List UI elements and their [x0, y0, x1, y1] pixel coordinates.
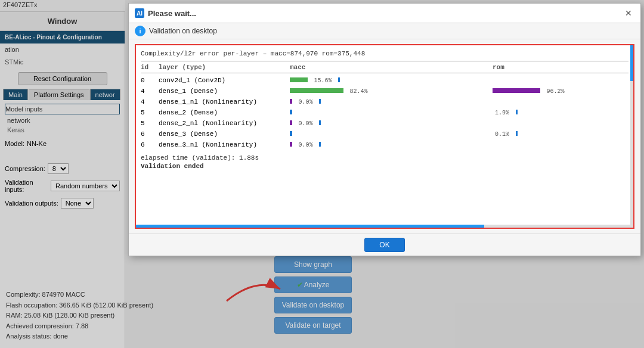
- macc-pct: 82.4%: [350, 88, 368, 95]
- dialog-app-icon: AI: [135, 8, 144, 18]
- macc-pct: 15.6%: [314, 77, 332, 84]
- table-row: 5 dense_2_nl (Nonlinearity) 0.0%: [141, 119, 628, 128]
- row-id: 4: [141, 88, 159, 95]
- row-rom: 96.2%: [493, 88, 612, 95]
- row-layer: dense_1 (Dense): [159, 88, 290, 95]
- macc-bar: [290, 99, 292, 104]
- progress-bar-fill: [136, 225, 484, 228]
- complexity-header: Complexity/l2r error per-layer – macc=87…: [141, 50, 628, 57]
- row-id: 5: [141, 120, 159, 127]
- dialog-content: Complexity/l2r error per-layer – macc=87…: [129, 39, 640, 234]
- macc-pct: 0.0%: [299, 120, 313, 127]
- col-header-id: id: [141, 64, 159, 71]
- col-header-layer: layer (type): [159, 64, 290, 71]
- rom-bar-sm: [338, 77, 340, 82]
- results-box: Complexity/l2r error per-layer – macc=87…: [135, 44, 634, 229]
- dialog-titlebar: AI Please wait... ✕: [129, 4, 640, 23]
- row-layer: dense_2 (Dense): [159, 109, 290, 116]
- dialog-footer: OK: [129, 234, 640, 256]
- row-layer: dense_2_nl (Nonlinearity): [159, 120, 290, 127]
- please-wait-dialog: AI Please wait... ✕ i Validation on desk…: [128, 3, 641, 256]
- row-macc: 82.4%: [290, 88, 493, 95]
- macc-bar: [290, 142, 292, 147]
- rom-bar-sm: [319, 142, 321, 147]
- table-row: 4 dense_1_nl (Nonlinearity) 0.0%: [141, 97, 628, 107]
- row-macc: 0.0%: [290, 98, 493, 105]
- row-macc: [290, 109, 493, 116]
- validation-ended: Validation ended: [141, 163, 628, 170]
- dialog-info-text: Validation on desktop: [149, 27, 217, 35]
- row-layer: dense_3 (Dense): [159, 130, 290, 138]
- rom-pct: 1.9%: [495, 110, 509, 116]
- dialog-info-row: i Validation on desktop: [129, 23, 640, 39]
- progress-bar-container: [136, 225, 633, 228]
- macc-bar: [290, 120, 292, 125]
- rom-pct: 96.2%: [547, 88, 565, 95]
- table-row: 6 dense_3_nl (Nonlinearity) 0.0%: [141, 140, 628, 150]
- scroll-indicator[interactable]: [630, 45, 633, 228]
- macc-pct: 0.0%: [299, 99, 313, 105]
- macc-bar: [290, 131, 292, 136]
- col-header-rom: rom: [493, 64, 612, 71]
- row-layer: dense_3_nl (Nonlinearity): [159, 141, 290, 148]
- row-id: 6: [141, 130, 159, 138]
- row-layer: conv2d_1 (Conv2D): [159, 77, 290, 84]
- dialog-title-left: AI Please wait...: [135, 8, 196, 18]
- dialog-close-button[interactable]: ✕: [623, 7, 634, 19]
- row-macc: 0.0%: [290, 141, 493, 148]
- row-layer: dense_1_nl (Nonlinearity): [159, 98, 290, 105]
- table-row: 6 dense_3 (Dense) 0.1%: [141, 129, 628, 139]
- table-header-row: id layer (type) macc rom: [141, 64, 628, 73]
- rom-bar-sm: [319, 120, 321, 125]
- row-id: 6: [141, 141, 159, 148]
- row-rom: 0.1%: [493, 130, 612, 138]
- ok-button[interactable]: OK: [364, 238, 404, 252]
- rom-bar-sm: [516, 110, 518, 114]
- table-row: 5 dense_2 (Dense) 1.9%: [141, 108, 628, 117]
- col-header-macc: macc: [290, 64, 493, 71]
- row-macc: [290, 130, 493, 138]
- rom-bar-sm: [319, 99, 321, 104]
- scroll-thumb[interactable]: [630, 45, 633, 81]
- rom-bar: [493, 88, 540, 93]
- rom-bar-sm: [516, 131, 518, 136]
- row-rom: 1.9%: [493, 109, 612, 116]
- row-macc: 15.6%: [290, 77, 493, 84]
- dialog-title: Please wait...: [148, 9, 196, 18]
- macc-bar: [290, 77, 308, 82]
- row-id: 0: [141, 77, 159, 84]
- row-macc: 0.0%: [290, 120, 493, 127]
- row-id: 4: [141, 98, 159, 105]
- info-icon: i: [135, 26, 145, 36]
- rom-pct: 0.1%: [495, 131, 509, 138]
- table-row: 4 dense_1 (Dense) 82.4% 96.2%: [141, 86, 628, 96]
- macc-bar: [290, 88, 343, 93]
- row-id: 5: [141, 109, 159, 116]
- macc-pct: 0.0%: [299, 142, 313, 148]
- table-row: 0 conv2d_1 (Conv2D) 15.6%: [141, 76, 628, 85]
- elapsed-line: elapsed time (validate): 1.88s: [141, 154, 628, 161]
- macc-bar: [290, 110, 292, 114]
